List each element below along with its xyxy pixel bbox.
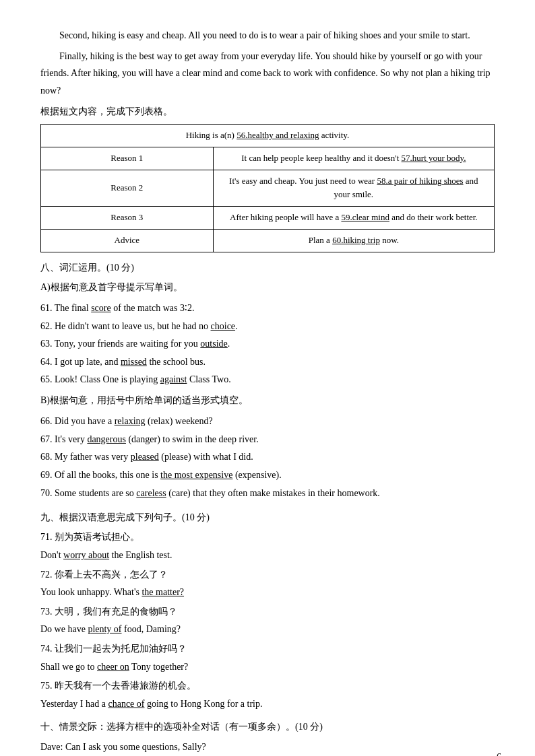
page-number: 6: [497, 752, 501, 756]
last-dialogue-line: Dave: Can I ask you some questions, Sall…: [40, 738, 495, 756]
table-cell-advice-label: Advice: [41, 229, 214, 252]
summary-table: Hiking is a(n) 56.healthy and relaxing a…: [40, 124, 495, 252]
section8-b-instruction: B)根据句意，用括号中所给单词的适当形式填空。: [40, 392, 495, 409]
table-row: Reason 3 After hiking people will have a…: [41, 207, 495, 230]
answer-missed: missed: [121, 357, 147, 367]
section8-a-instruction: A)根据句意及首字母提示写单词。: [40, 279, 495, 296]
table-cell-reason2-content: It's easy and cheap. You just need to we…: [213, 170, 494, 207]
table-cell-reason2-label: Reason 2: [41, 170, 214, 207]
question-73-en: Do we have plenty of food, Daming?: [40, 621, 495, 639]
question-70: 70. Some students are so careless (care)…: [40, 485, 495, 503]
question-69: 69. Of all the books, this one is the mo…: [40, 467, 495, 485]
table-row: Hiking is a(n) 56.healthy and relaxing a…: [41, 124, 495, 147]
question-62: 62. He didn't want to leave us, but he h…: [40, 318, 495, 336]
answer-60: 60.hiking trip: [332, 235, 380, 245]
answer-relaxing: relaxing: [115, 416, 146, 426]
question-75-en: Yesterday I had a chance of going to Hon…: [40, 695, 495, 714]
section10-header: 十、情景交际：选择方框中的选项补全对话（有一项多余）。(10 分): [40, 718, 495, 735]
question-75-cn: 75. 昨天我有一个去香港旅游的机会。: [40, 677, 495, 695]
answer-score: score: [91, 303, 111, 313]
section8-header: 八、词汇运用。(10 分): [40, 259, 495, 276]
table-cell-reason3-label: Reason 3: [41, 207, 214, 230]
answer-pleased: pleased: [131, 452, 159, 462]
question-72-cn: 72. 你看上去不高兴，怎么了？: [40, 566, 495, 584]
answer-the-most-expensive: the most expensive: [160, 470, 232, 480]
section9: 九、根据汉语意思完成下列句子。(10 分) 71. 别为英语考试担心。 Don'…: [40, 509, 495, 713]
table-row: Reason 1 It can help people keep healthy…: [41, 147, 495, 170]
table-cell-reason1-content: It can help people keep healthy and it d…: [213, 147, 494, 170]
question-73-cn: 73. 大明，我们有充足的食物吗？: [40, 603, 495, 621]
question-72-en: You look unhappy. What's the matter?: [40, 584, 495, 602]
answer-plenty-of: plenty of: [88, 624, 121, 634]
question-61: 61. The final score of the match was 3∶2…: [40, 300, 495, 318]
table-cell-reason3-content: After hiking people will have a 59.clear…: [213, 207, 494, 230]
paragraph-1: Second, hiking is easy and cheap. All yo…: [40, 27, 495, 44]
answer-dangerous: dangerous: [87, 434, 126, 444]
answer-chance-of: chance of: [108, 699, 144, 709]
answer-59: 59.clear mind: [341, 212, 389, 222]
question-68: 68. My father was very pleased (please) …: [40, 448, 495, 467]
answer-choice: choice: [211, 321, 236, 331]
question-64: 64. I got up late, and missed the school…: [40, 353, 495, 372]
paragraph-2: Finally, hiking is the best way to get a…: [40, 48, 495, 99]
section9-header: 九、根据汉语意思完成下列句子。(10 分): [40, 509, 495, 526]
answer-56: 56.healthy and relaxing: [237, 130, 319, 140]
question-63: 63. Tony, your friends are waiting for y…: [40, 335, 495, 353]
question-66: 66. Did you have a relaxing (relax) week…: [40, 413, 495, 431]
answer-58: 58.a pair of hiking shoes: [377, 176, 463, 186]
question-71-cn: 71. 别为英语考试担心。: [40, 528, 495, 547]
question-67: 67. It's very dangerous (danger) to swim…: [40, 431, 495, 449]
question-74-cn: 74. 让我们一起去为托尼加油好吗？: [40, 640, 495, 658]
answer-the-matter: the matter?: [141, 587, 184, 597]
answer-careless: careless: [136, 488, 166, 498]
table-row: Advice Plan a 60.hiking trip now.: [41, 229, 495, 252]
answer-cheer-on: cheer on: [97, 662, 129, 672]
question-71-en: Don't worry about the English test.: [40, 547, 495, 565]
table-instruction: 根据短文内容，完成下列表格。: [40, 103, 495, 120]
table-cell-reason1-label: Reason 1: [41, 147, 214, 170]
question-65: 65. Look! Class One is playing against C…: [40, 371, 495, 389]
table-cell-advice-content: Plan a 60.hiking trip now.: [213, 229, 494, 252]
table-cell-hiking-activity: Hiking is a(n) 56.healthy and relaxing a…: [41, 124, 495, 147]
question-74-en: Shall we go to cheer on Tony together?: [40, 658, 495, 677]
table-row: Reason 2 It's easy and cheap. You just n…: [41, 170, 495, 207]
answer-outside: outside: [200, 339, 227, 349]
answer-worry-about: worry about: [63, 550, 109, 560]
answer-57: 57.hurt your body.: [402, 153, 466, 163]
answer-against: against: [160, 374, 187, 384]
